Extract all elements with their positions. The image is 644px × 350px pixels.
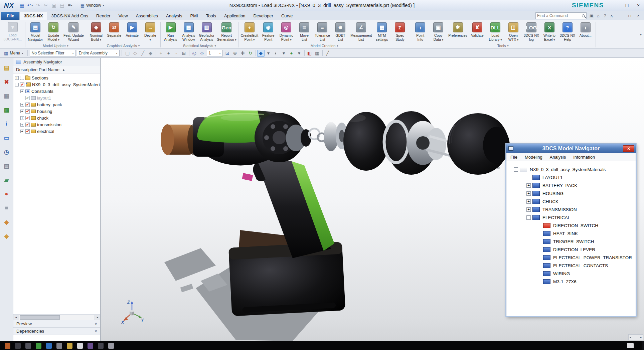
menu-button[interactable]: ▦ Menu ▾ (2, 50, 25, 57)
assembly-tree-row[interactable]: + ✔ battery_pack (13, 101, 100, 108)
toolbar-icon[interactable]: ⊡ (224, 50, 231, 57)
toolbar-icon[interactable]: ↻ (247, 50, 254, 57)
toolbar-icon[interactable]: ◆ (257, 50, 265, 57)
group-gallery-arrow-icon[interactable]: ▾ (214, 44, 216, 47)
ribbon-button[interactable]: i About... (577, 21, 595, 37)
menu-item[interactable]: Analysis (550, 155, 566, 160)
taskbar-item[interactable] (25, 343, 31, 349)
viewport-scrollbar[interactable]: ◂ ▸ (628, 334, 643, 340)
ribbon-button[interactable]: ▶ Animate (123, 21, 141, 37)
taskbar-item[interactable] (15, 343, 21, 349)
assembly-tree-row[interactable]: + ✔ chuck (13, 115, 100, 121)
model-tree-row[interactable]: + CHUCK (506, 197, 636, 205)
dropdown-arrow-icon[interactable]: ▾ (500, 38, 502, 41)
toolbar-icon[interactable]: ⊕ (231, 50, 239, 57)
resource-bar-icon[interactable]: ◷ (3, 148, 11, 156)
model-tree-row[interactable]: DIRECTION_SWITCH (506, 221, 636, 229)
expand-toggle[interactable]: + (20, 116, 24, 120)
taskbar-item[interactable] (108, 343, 114, 349)
toolbar-icon[interactable]: ◐ (273, 50, 280, 57)
ribbon-button[interactable]: ? 3DCS-NX Help (558, 21, 577, 41)
visibility-checkbox[interactable]: ✔ (25, 129, 30, 134)
ribbon-button[interactable]: ✎ Feat. Update Wizard (62, 21, 85, 41)
model-tree-row[interactable]: M3-1_27X6 (506, 278, 636, 286)
window-menu-button[interactable]: ▦ Window ▾ (78, 3, 107, 8)
assembly-tree-row[interactable]: ✔ layout1 (13, 95, 100, 101)
expand-toggle[interactable]: + (20, 110, 24, 113)
dropdown-arrow-icon[interactable]: ▾ (553, 38, 555, 41)
ribbon-button[interactable]: ⇄ Separate (105, 21, 123, 37)
ribbon-tab[interactable]: Tools (202, 12, 220, 20)
ribbon-button[interactable]: ◈ Nominal Build ▾ (87, 21, 105, 42)
toolbar-icon[interactable]: ▾ (280, 50, 288, 57)
dropdown-arrow-icon[interactable]: ▾ (100, 38, 101, 41)
expand-toggle[interactable]: + (526, 199, 531, 204)
visibility-checkbox[interactable]: ✔ (25, 103, 30, 107)
tab-bar-icon[interactable]: ? (602, 12, 608, 19)
resource-bar-icon[interactable]: ▩ (3, 106, 11, 114)
toolbar-icon[interactable]: + (157, 50, 165, 57)
assembly-tree-row[interactable]: + ✔ electrical (13, 128, 100, 135)
toolbar-icon[interactable]: ◎ (191, 50, 198, 57)
ribbon-button[interactable]: ≡ Tolerance List (313, 21, 331, 41)
expand-toggle[interactable]: + (20, 123, 24, 127)
toolbar-icon[interactable]: ◧ (306, 50, 313, 57)
tab-bar-icon[interactable]: ∧ (608, 12, 615, 19)
scroll-left-arrow[interactable]: ◂ (13, 315, 19, 320)
ribbon-button[interactable]: LOG 3DCS-NX log (522, 21, 540, 41)
show-desktop-button[interactable] (642, 341, 644, 350)
visibility-checkbox[interactable]: ✔ (25, 109, 30, 114)
ribbon-tab[interactable]: Render (92, 12, 115, 20)
resource-bar-icon[interactable]: i (3, 120, 11, 128)
expand-toggle[interactable]: + (20, 90, 24, 93)
quick-access-button[interactable]: ✂ (42, 2, 50, 9)
model-tree-row[interactable]: ELECTRICAL_POWER_TRANSISTOR (506, 253, 636, 261)
model-tree-row[interactable]: LAYOUT1 (506, 173, 636, 181)
taskbar-item[interactable] (5, 343, 10, 349)
model-tree-row[interactable]: + HOUSING (506, 189, 636, 197)
dropdown-arrow-icon[interactable]: ▾ (58, 38, 59, 41)
quick-access-button[interactable]: ▤ (58, 2, 66, 9)
ribbon-button[interactable]: → Deviate ▾ (141, 21, 159, 42)
ribbon-tab[interactable]: PMI (186, 12, 202, 20)
group-gallery-arrow-icon[interactable]: ▾ (138, 44, 140, 47)
selection-filter-select[interactable]: No Selection Filter ▾ (30, 50, 76, 56)
ribbon-button[interactable]: ∠ Measurement List (349, 21, 373, 41)
taskbar-item[interactable] (56, 343, 62, 349)
column-header-descriptive-part-name[interactable]: Descriptive Part Name ▲ (13, 66, 100, 73)
assembly-tree-row[interactable]: + ✔ housing (13, 108, 100, 115)
ribbon-button[interactable]: ✘ Validate (468, 21, 486, 37)
toolbar-icon[interactable]: ▦ (314, 50, 321, 57)
quick-access-button[interactable]: ↷ (34, 2, 42, 9)
model-tree-row[interactable]: - ELECTRICAL (506, 213, 636, 221)
ribbon-button[interactable]: ◉ Feature Point (259, 21, 277, 41)
model-navigator-title-bar[interactable]: 3DCS Model Navigator × (506, 144, 636, 153)
visibility-checkbox[interactable]: ✔ (25, 96, 30, 100)
resource-bar-icon[interactable]: ▭ (3, 134, 11, 142)
resource-bar-icon[interactable]: ◆ (3, 218, 11, 226)
toolbar-icon[interactable]: ✚ (239, 50, 247, 57)
dropdown-arrow-icon[interactable]: ▾ (71, 4, 72, 7)
toolbar-icon[interactable]: ∞ (198, 50, 206, 57)
ribbon-button[interactable]: ↻ Update Model ▾ (44, 21, 62, 42)
model-tree-row[interactable]: + BATTERY_PACK (506, 181, 636, 189)
close-button[interactable]: × (623, 145, 634, 152)
work-layer-select[interactable]: 1 ▾ (207, 50, 223, 56)
model-tree-row[interactable]: + TRANSMISSION (506, 205, 636, 213)
ribbon-overflow-button[interactable]: ▾ (638, 21, 643, 48)
window-control-button[interactable]: × (633, 1, 644, 9)
visibility-checkbox[interactable]: ✔ (25, 123, 30, 127)
model-tree-row[interactable]: TRIGGER_SWITCH (506, 237, 636, 245)
horizontal-scrollbar[interactable]: ◂ ▸ (13, 314, 100, 320)
search-icon[interactable] (582, 14, 585, 17)
quick-access-button[interactable]: ▣ (50, 2, 58, 9)
toolbar-icon[interactable]: ╱ (324, 50, 331, 57)
ribbon-tab[interactable]: Analysis (162, 12, 186, 20)
toolbar-icon[interactable]: ▾ (265, 50, 272, 57)
resource-bar-icon[interactable]: ▰ (3, 176, 11, 184)
resource-bar-icon[interactable]: ✖ (3, 78, 11, 86)
ribbon-button[interactable]: ◎ Dynamic Point ▾ (277, 21, 295, 42)
ribbon-button[interactable]: ▣ Copy Data ▾ (429, 21, 447, 42)
ribbon-button[interactable]: ▤ Model Navigator (26, 21, 44, 41)
resource-bar-icon[interactable]: ■ (3, 204, 11, 212)
